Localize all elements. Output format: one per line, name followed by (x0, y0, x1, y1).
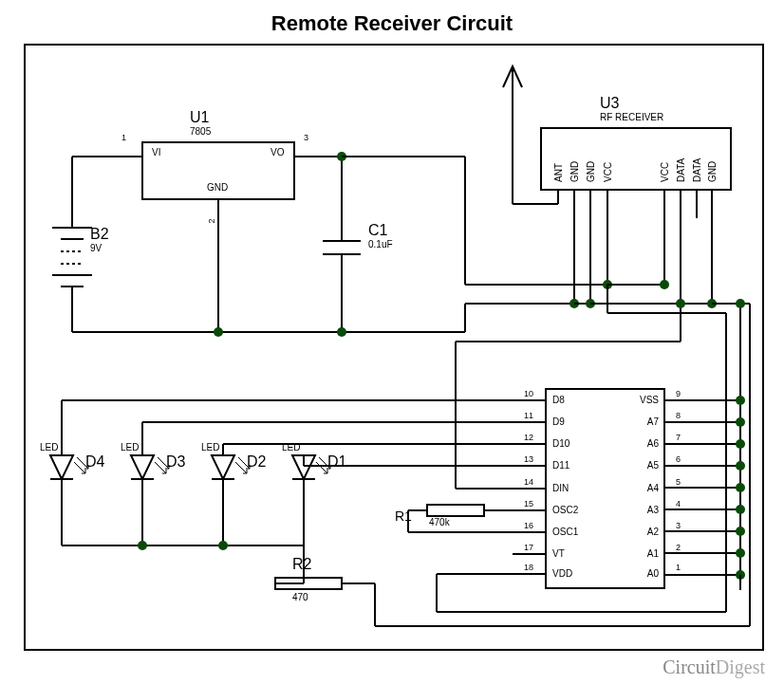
svg-point-50 (736, 417, 745, 427)
u3-p0: ANT (553, 163, 564, 182)
svg-point-20 (337, 327, 346, 337)
d2-ref: D2 (247, 453, 266, 471)
svg-point-134 (736, 299, 745, 308)
ic-r6: A2 (636, 527, 659, 537)
d4-ref: D4 (85, 453, 104, 471)
led-d2 (212, 455, 250, 545)
ic-l4: DIN (552, 483, 569, 493)
c1-ref: C1 (368, 222, 387, 239)
svg-point-52 (736, 439, 745, 449)
svg-point-48 (736, 396, 745, 405)
ic-l3: D11 (552, 460, 569, 471)
c1-val: 0.1uF (368, 239, 393, 250)
ic-rn1: 8 (676, 411, 681, 420)
r1-ref: R1 (395, 508, 412, 524)
ic-rn0: 9 (676, 389, 681, 398)
u1-pin-vi: VI (152, 147, 160, 157)
u1-num-3: 3 (304, 133, 308, 142)
u3-ref: U3 (600, 95, 619, 112)
led-d3 (131, 455, 169, 545)
u3-p5: DATA (676, 158, 686, 182)
b2-val: 9V (90, 243, 102, 253)
svg-point-60 (736, 527, 745, 536)
d4-type: LED (40, 442, 58, 453)
d3-ref: D3 (166, 453, 185, 471)
ic-ln8: 18 (524, 563, 533, 572)
u3-p1: GND (569, 161, 580, 182)
wm-b: Digest (716, 656, 765, 677)
u1-pin-gnd: GND (207, 182, 228, 193)
u3-p4: VCC (660, 162, 670, 182)
ic-l5: OSC2 (552, 505, 578, 515)
ic-r3: A5 (636, 460, 659, 471)
ic-rn5: 4 (676, 499, 681, 508)
ic-ln3: 13 (524, 454, 533, 464)
svg-point-125 (218, 541, 228, 550)
svg-point-124 (138, 541, 147, 550)
ic-ln7: 17 (524, 543, 533, 552)
ic-r7: A1 (636, 548, 659, 559)
ic-r1: A7 (636, 416, 659, 427)
ic-r0: VSS (636, 395, 659, 405)
wm-a: Circuit (663, 656, 716, 677)
ic-r4: A4 (636, 483, 659, 493)
ic-rn4: 5 (676, 477, 681, 487)
u1-num-2: 2 (207, 218, 216, 223)
led-d1 (292, 455, 330, 545)
svg-rect-94 (427, 505, 484, 516)
ic-ln4: 14 (524, 477, 533, 487)
ic-r5: A3 (636, 505, 659, 515)
u1-num-1: 1 (121, 133, 126, 142)
svg-point-28 (660, 280, 669, 289)
u3-p3: VCC (603, 162, 613, 182)
ic-ln1: 11 (524, 411, 533, 420)
ic-l0: D8 (552, 395, 565, 405)
u1-part: 7805 (190, 126, 211, 137)
u3-p2: GND (586, 161, 596, 182)
schematic-svg (0, 0, 784, 684)
ic-ln5: 15 (524, 499, 533, 508)
ic-r2: A6 (636, 438, 659, 449)
ic-r8: A0 (636, 568, 659, 579)
svg-point-62 (736, 548, 745, 558)
u3-p7: GND (707, 161, 718, 182)
ic-rn2: 7 (676, 433, 681, 442)
ic-ln6: 16 (524, 521, 533, 530)
r1-val: 470k (429, 517, 450, 527)
b2-ref: B2 (90, 226, 109, 243)
u3-part: RF RECEIVER (600, 112, 663, 122)
d3-type: LED (121, 442, 139, 453)
watermark: CircuitDigest (663, 656, 765, 678)
ic-l6: OSC1 (552, 527, 578, 537)
svg-point-19 (214, 327, 223, 337)
d1-ref: D1 (327, 453, 346, 471)
svg-point-58 (736, 505, 745, 514)
ic-l8: VDD (552, 568, 572, 579)
ic-rn8: 1 (676, 563, 681, 572)
ic-ln2: 12 (524, 433, 533, 442)
ic-ln0: 10 (524, 389, 533, 398)
svg-point-54 (736, 461, 745, 471)
ic-rn6: 3 (676, 521, 681, 530)
u1-pin-vo: VO (271, 147, 284, 157)
led-d4 (50, 455, 88, 545)
d1-type: LED (282, 442, 300, 453)
r2-val: 470 (292, 592, 308, 602)
u3-p6: DATA (692, 158, 702, 182)
ic-l7: VT (552, 548, 565, 559)
ic-rn3: 6 (676, 454, 681, 464)
svg-point-81 (676, 299, 685, 308)
r2-ref: R2 (292, 556, 311, 573)
ic-rn7: 2 (676, 543, 681, 552)
u1-ref: U1 (190, 109, 209, 126)
ic-l1: D9 (552, 416, 565, 427)
svg-point-56 (736, 483, 745, 492)
ic-l2: D10 (552, 438, 569, 449)
d2-type: LED (201, 442, 219, 453)
